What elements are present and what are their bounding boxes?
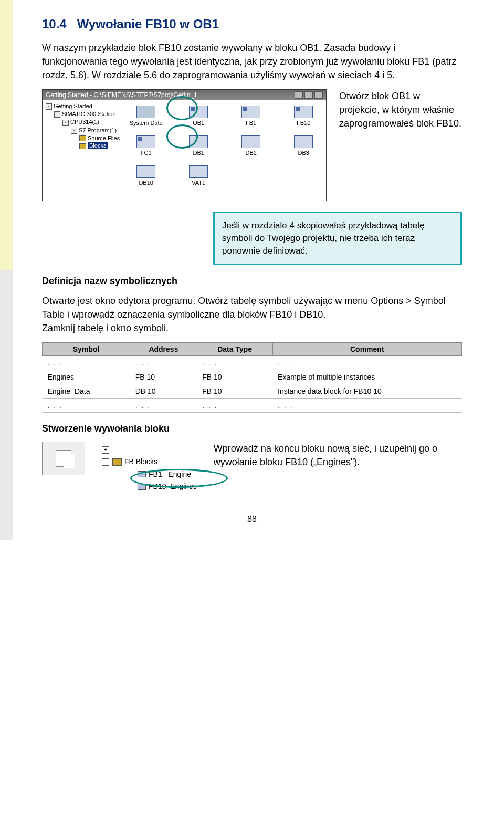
block-db1[interactable]: DB1 — [180, 135, 217, 156]
maximize-icon[interactable] — [304, 91, 313, 99]
table-row: . . . . . . . . . . . . — [43, 398, 462, 412]
block-db10[interactable]: DB10 — [128, 165, 164, 186]
tree-blocks[interactable]: Blocks — [88, 142, 108, 149]
section-title: 10.4 Wywołanie FB10 w OB1 — [42, 17, 462, 32]
close-icon[interactable] — [314, 91, 323, 99]
section-title-text: Wywołanie FB10 w OB1 — [77, 17, 219, 31]
block-icon — [138, 471, 146, 477]
definition-paragraph: Otwarte jest okno edytora programu. Otwó… — [42, 294, 462, 335]
block-icon — [138, 484, 146, 490]
create-call-instruction: Wprowadź na końcu bloku nową sieć, i uzu… — [214, 442, 462, 469]
window-titlebar: Getting Started - C:\SIEMENS\STEP7\S7pro… — [43, 90, 326, 100]
block-ob1[interactable]: OB1 — [180, 106, 217, 126]
fb-blocks-tree[interactable]: + −FB Blocks FB1 Engine FB10 Engines — [99, 442, 200, 497]
project-block-list[interactable]: System Data OB1 FB1 FB10 FC1 DB1 DB2 DB3… — [122, 100, 327, 201]
block-fc1[interactable]: FC1 — [128, 135, 164, 156]
page-number: 88 — [42, 515, 462, 524]
block-db2[interactable]: DB2 — [233, 135, 269, 156]
table-row: Engines FB 10 FB 10 Example of multiple … — [43, 370, 462, 384]
project-window: Getting Started - C:\SIEMENS\STEP7\S7pro… — [42, 89, 327, 201]
editor-icon — [42, 442, 85, 475]
table-row: Engine_Data DB 10 FB 10 Instance data bl… — [43, 384, 462, 398]
table-row: . . . . . . . . . . . . — [43, 355, 462, 370]
folder-icon — [112, 458, 122, 466]
block-vat1[interactable]: VAT1 — [180, 165, 217, 186]
left-margin-bar — [0, 0, 13, 540]
block-system-data[interactable]: System Data — [128, 106, 164, 126]
col-comment: Comment — [272, 342, 461, 355]
project-tree[interactable]: -Getting Started -SIMATIC 300 Station -C… — [43, 100, 122, 201]
tree-station[interactable]: SIMATIC 300 Station — [62, 111, 116, 117]
block-fb1[interactable]: FB1 — [233, 106, 269, 126]
section-number: 10.4 — [42, 17, 67, 31]
open-ob1-instruction: Otwórz blok OB1 w projekcie, w którym wł… — [339, 89, 462, 130]
window-title-text: Getting Started - C:\SIEMENS\STEP7\S7pro… — [46, 91, 197, 99]
block-fb10[interactable]: FB10 — [285, 106, 322, 126]
minimize-icon[interactable] — [295, 91, 303, 99]
callout-text: Jeśli w rozdziale 4 skopiowałeś przykład… — [222, 221, 425, 256]
col-datatype: Data Type — [197, 342, 272, 355]
callout-box: Jeśli w rozdziale 4 skopiowałeś przykład… — [213, 212, 462, 265]
create-call-heading: Stworzenie wywołania bloku — [42, 423, 462, 434]
tree-sources[interactable]: Source Files — [88, 135, 120, 141]
tree-root[interactable]: Getting Started — [54, 103, 92, 109]
col-address: Address — [130, 342, 197, 355]
intro-paragraph: W naszym przykładzie blok FB10 zostanie … — [42, 41, 462, 82]
definition-heading: Definicja nazw symbolicznych — [42, 276, 462, 287]
tree-program[interactable]: S7 Program(1) — [79, 127, 117, 133]
window-buttons[interactable] — [295, 91, 323, 99]
symbol-table: Symbol Address Data Type Comment . . . .… — [42, 342, 462, 413]
tree-cpu[interactable]: CPU314(1) — [70, 119, 99, 125]
col-symbol: Symbol — [43, 342, 130, 355]
block-db3[interactable]: DB3 — [285, 135, 322, 156]
